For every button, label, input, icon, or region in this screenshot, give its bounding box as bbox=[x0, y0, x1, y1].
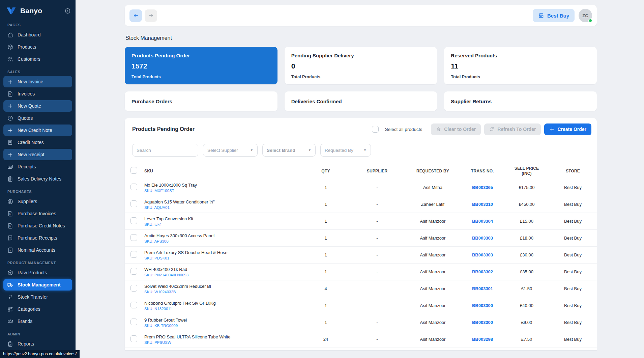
action-card-deliveries-confirmed[interactable]: Deliveries Confirmed bbox=[285, 91, 437, 111]
supplier-cell: - bbox=[349, 286, 405, 291]
stat-card-pending-supplier-delivery[interactable]: Pending Supplier Delivery0Total Products bbox=[285, 47, 437, 84]
row-checkbox[interactable] bbox=[130, 335, 137, 342]
sidebar-item-purchase-invoices[interactable]: $Purchase Invoices bbox=[3, 208, 72, 219]
product-sku-link[interactable]: SKU: AQUA01 bbox=[144, 205, 302, 210]
sidebar-item-nominal-accounts[interactable]: £Nominal Accounts bbox=[3, 244, 72, 256]
clipboard-icon bbox=[7, 176, 13, 182]
product-sku-link[interactable]: SKU: tck4 bbox=[144, 222, 302, 226]
trans-no-link[interactable]: BB003303 bbox=[461, 252, 504, 257]
sidebar-item-products[interactable]: Products bbox=[3, 41, 72, 53]
sidebar-item-purchase-credit-notes[interactable]: $Purchase Credit Notes bbox=[3, 220, 72, 231]
product-sku-link[interactable]: SKU: PDSK01 bbox=[144, 256, 302, 260]
sidebar-item-stock-transfer[interactable]: Stock Transfer bbox=[3, 291, 72, 303]
requested-by-select[interactable]: Requested By ▼ bbox=[320, 144, 371, 157]
receipt-icon bbox=[7, 139, 13, 146]
sidebar-item-quotes[interactable]: 0Quotes bbox=[3, 112, 72, 124]
trans-no-link[interactable]: BB003304 bbox=[461, 219, 504, 224]
qty-cell: 1 bbox=[302, 252, 349, 257]
stat-card-products-pending-order[interactable]: Products Pending Order1572Total Products bbox=[125, 47, 277, 84]
stat-subtitle: Total Products bbox=[451, 75, 590, 79]
sidebar-item-brands[interactable]: Brands bbox=[3, 315, 72, 327]
supplier-cell: - bbox=[349, 236, 405, 241]
table-row: 9 Rubber Grout TowelSKU: KB-TRG00091-Asi… bbox=[125, 314, 597, 331]
product-sku-link[interactable]: SKU: PN2140040LN0093 bbox=[144, 273, 302, 277]
section-label-pages: PAGES bbox=[7, 23, 68, 27]
row-checkbox[interactable] bbox=[130, 285, 137, 292]
sidebar-item-new-quote[interactable]: New Quote bbox=[3, 100, 72, 112]
sidebar-item-reports[interactable]: Reports bbox=[3, 338, 72, 350]
trans-no-link[interactable]: BB003300 bbox=[461, 320, 504, 325]
banyo-logo-icon bbox=[5, 5, 17, 17]
select-all-checkbox[interactable] bbox=[372, 126, 379, 133]
panel-title: Products Pending Order bbox=[132, 126, 195, 132]
product-name: WH 400x400 21k Rad bbox=[144, 267, 302, 272]
sidebar-item-raw-products[interactable]: Raw Products bbox=[3, 267, 72, 278]
product-sku-link[interactable]: SKU: MXE100ST bbox=[144, 189, 302, 193]
sidebar-item-label: New Quote bbox=[18, 103, 41, 109]
sidebar-item-categories[interactable]: Categories bbox=[3, 303, 72, 315]
requested-by-cell: Asif Manzoor bbox=[405, 252, 461, 257]
store-selector-button[interactable]: Best Buy bbox=[533, 9, 575, 22]
trans-no-link[interactable]: BB003303 bbox=[461, 236, 504, 241]
sidebar-item-credit-notes[interactable]: Credit Notes bbox=[3, 137, 72, 148]
search-input[interactable] bbox=[132, 144, 198, 157]
product-sku-link[interactable]: SKU: APS300 bbox=[144, 239, 302, 243]
supplier-select[interactable]: Select Supplier ▼ bbox=[203, 144, 258, 157]
box-icon bbox=[7, 270, 13, 276]
plus-icon bbox=[7, 127, 13, 134]
trans-no-link[interactable]: BB003300 bbox=[461, 303, 504, 308]
table-body: Mx Ele 1000x1000 Sq TraySKU: MXE100ST1-A… bbox=[125, 179, 597, 348]
create-order-button[interactable]: Create Order bbox=[544, 123, 591, 135]
row-checkbox[interactable] bbox=[130, 217, 137, 224]
row-checkbox[interactable] bbox=[130, 302, 137, 308]
brand-select[interactable]: Select Brand ▼ bbox=[262, 144, 316, 157]
back-button[interactable] bbox=[129, 9, 142, 22]
refresh-to-order-button[interactable]: Refresh To Order bbox=[484, 123, 541, 135]
trans-no-link[interactable]: BB003365 bbox=[461, 185, 504, 190]
sidebar-item-invoices[interactable]: $Invoices bbox=[3, 88, 72, 100]
product-sku-link[interactable]: SKU: PPSUSW bbox=[144, 340, 302, 345]
product-sku-link[interactable]: SKU: KB-TRG0009 bbox=[144, 324, 302, 328]
sidebar-item-dashboard[interactable]: Dashboard bbox=[3, 29, 72, 40]
user-avatar[interactable]: ZC bbox=[579, 9, 592, 22]
plus-icon bbox=[7, 103, 13, 109]
requested-by-cell: Asif Manzoor bbox=[405, 320, 461, 325]
sidebar-item-suppliers[interactable]: Suppliers bbox=[3, 196, 72, 207]
truck-icon bbox=[7, 282, 13, 288]
sidebar-toggle-icon[interactable] bbox=[64, 8, 71, 14]
sidebar-item-new-receipt[interactable]: New Receipt bbox=[3, 149, 72, 160]
sell-price-cell: £9.00 bbox=[504, 320, 549, 325]
sidebar-item-sales-delivery-notes[interactable]: Sales Delivery Notes bbox=[3, 173, 72, 185]
product-sku-link[interactable]: SKU: W1024032B bbox=[144, 290, 302, 294]
row-checkbox[interactable] bbox=[130, 319, 137, 325]
trans-no-link[interactable]: BB003301 bbox=[461, 286, 504, 291]
sidebar-item-stock-management[interactable]: Stock Management bbox=[3, 279, 72, 291]
supplier-cell: - bbox=[349, 252, 405, 257]
row-checkbox[interactable] bbox=[130, 268, 137, 275]
trans-no-link[interactable]: BB003298 bbox=[461, 337, 504, 342]
trans-no-link[interactable]: BB003310 bbox=[461, 202, 504, 207]
plus-icon bbox=[7, 152, 13, 158]
sidebar-item-label: Nominal Accounts bbox=[18, 247, 55, 253]
sidebar-item-customers[interactable]: Customers bbox=[3, 53, 72, 65]
product-sku-link[interactable]: SKU: N1320011 bbox=[144, 307, 302, 311]
action-card-purchase-orders[interactable]: Purchase Orders bbox=[125, 91, 277, 111]
qty-cell: 24 bbox=[302, 337, 349, 342]
sidebar-item-receipts[interactable]: Receipts bbox=[3, 161, 72, 172]
row-checkbox[interactable] bbox=[130, 200, 137, 207]
row-checkbox[interactable] bbox=[130, 234, 137, 241]
sidebar-item-purchase-receipts[interactable]: Purchase Receipts bbox=[3, 232, 72, 244]
action-card-supplier-returns[interactable]: Supplier Returns bbox=[444, 91, 597, 111]
clear-to-order-button[interactable]: Clear to Order bbox=[431, 123, 481, 135]
sidebar-item-label: Purchase Credit Notes bbox=[18, 223, 65, 228]
trans-no-link[interactable]: BB003302 bbox=[461, 269, 504, 274]
sidebar-item-new-credit-note[interactable]: New Credit Note bbox=[3, 125, 72, 136]
forward-button[interactable] bbox=[145, 9, 157, 22]
row-checkbox[interactable] bbox=[130, 184, 137, 190]
sidebar-item-new-invoice[interactable]: New Invoice bbox=[3, 76, 72, 87]
refresh-icon bbox=[489, 127, 495, 132]
stat-card-reserved-products[interactable]: Reserved Products11Total Products bbox=[444, 47, 597, 84]
row-checkbox[interactable] bbox=[130, 251, 137, 258]
brand-name: Banyo bbox=[20, 7, 42, 15]
header-checkbox[interactable] bbox=[130, 167, 137, 174]
